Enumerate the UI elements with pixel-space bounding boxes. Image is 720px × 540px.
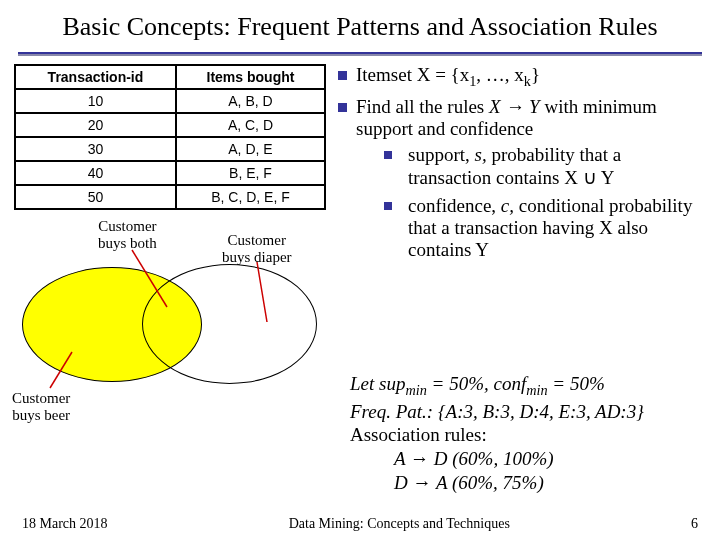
term-confidence: confidence, xyxy=(408,195,501,216)
table-row: 50B, C, D, E, F xyxy=(15,185,325,209)
bullet-list: Itemset X = {x1, …, xk} Find all the rul… xyxy=(338,64,708,261)
example-rule-2: D → A (60%, 75%) xyxy=(394,471,700,495)
table-row: 10A, B, D xyxy=(15,89,325,113)
example-rules-heading: Association rules: xyxy=(350,423,700,447)
table-row: 30A, D, E xyxy=(15,137,325,161)
table-row: 20A, C, D xyxy=(15,113,325,137)
right-column: Itemset X = {x1, …, xk} Find all the rul… xyxy=(332,64,708,402)
title-divider xyxy=(18,52,702,56)
bullet-confidence: confidence, c, conditional probability t… xyxy=(384,195,708,261)
venn-label-both: Customerbuys both xyxy=(98,218,157,251)
bullet-itemset: Itemset X = {x1, …, xk} xyxy=(338,64,708,90)
col-header-tid: Transaction-id xyxy=(15,65,176,89)
example-freq-pat: Freq. Pat.: {A:3, B:3, D:4, E:3, AD:3} xyxy=(350,400,700,424)
venn-right-ellipse xyxy=(142,264,317,384)
footer-date: 18 March 2018 xyxy=(22,516,108,532)
col-header-items: Items bought xyxy=(176,65,325,89)
venn-diagram: Customerbuys both Customerbuys diaper Cu… xyxy=(12,212,332,402)
content-area: Transaction-id Items bought 10A, B, D 20… xyxy=(0,64,720,402)
slide-footer: 18 March 2018 Data Mining: Concepts and … xyxy=(0,516,720,532)
example-rule-1: A → D (60%, 100%) xyxy=(394,447,700,471)
transactions-table: Transaction-id Items bought 10A, B, D 20… xyxy=(14,64,326,210)
nested-bullet-list: support, s, probability that a transacti… xyxy=(356,144,708,261)
bullet-find-rules: Find all the rules X → Y with minimum su… xyxy=(338,96,708,261)
slide-title: Basic Concepts: Frequent Patterns and As… xyxy=(0,0,720,48)
table-row: 40B, E, F xyxy=(15,161,325,185)
table-header-row: Transaction-id Items bought xyxy=(15,65,325,89)
venn-label-beer: Customerbuys beer xyxy=(12,390,70,423)
footer-page-number: 6 xyxy=(691,516,698,532)
left-column: Transaction-id Items bought 10A, B, D 20… xyxy=(12,64,332,402)
term-support: support, xyxy=(408,144,475,165)
venn-label-diaper: Customerbuys diaper xyxy=(222,232,292,265)
bullet-support: support, s, probability that a transacti… xyxy=(384,144,708,189)
footer-center: Data Mining: Concepts and Techniques xyxy=(289,516,510,532)
